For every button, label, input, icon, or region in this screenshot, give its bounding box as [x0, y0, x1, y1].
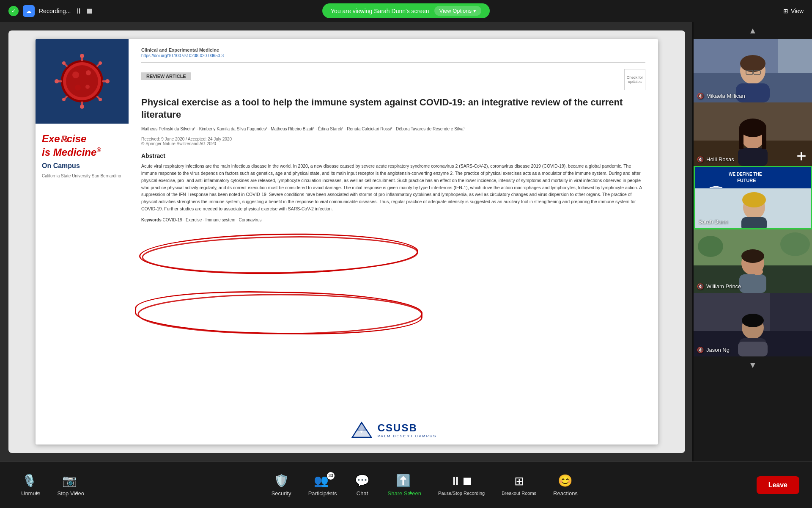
- recording-label: Recording...: [39, 8, 71, 14]
- pause-stop-icon: ⏸⏹: [450, 474, 473, 488]
- svg-point-14: [105, 79, 110, 83]
- authors-text: Matheus Pelinski da Silveira¹ · Kimberly…: [141, 127, 465, 131]
- check-updates-badge: Check for updates: [624, 69, 645, 90]
- svg-point-23: [142, 235, 417, 275]
- csusb-mountain-logo: [350, 420, 373, 439]
- svg-point-57: [698, 236, 723, 257]
- participant-name-jason: 🔇 Jason Ng: [697, 347, 730, 353]
- main-content: Exeℝciseis Medicine® On Campus Californi…: [0, 22, 694, 461]
- view-button[interactable]: ⊞ View: [783, 8, 804, 14]
- leave-button[interactable]: Leave: [757, 476, 799, 494]
- participant-tile-sarah: WE DEFINE THE FUTURE CSUSB Sarah Dunn: [694, 166, 812, 229]
- reactions-label: Reactions: [553, 490, 578, 497]
- security-button[interactable]: 🛡️ Security: [263, 469, 300, 501]
- mute-icon-mikaela: 🔇: [697, 93, 704, 99]
- bottom-toolbar: 🎙️ ▲ Unmute 📷 ▲ Stop Video 🛡️ Security 👥…: [0, 461, 812, 508]
- pause-recording-icon[interactable]: ⏸: [75, 7, 82, 16]
- unmute-label: Unmute: [21, 490, 41, 497]
- reactions-button[interactable]: 😊 Reactions: [545, 469, 586, 501]
- svg-rect-65: [770, 293, 812, 331]
- participants-icon: 👥: [314, 474, 329, 488]
- toolbar-left-group: 🎙️ ▲ Unmute 📷 ▲ Stop Video: [13, 469, 93, 501]
- svg-point-18: [99, 98, 102, 101]
- slide-inner: Exeℝciseis Medicine® On Campus Californi…: [36, 39, 658, 444]
- chat-button[interactable]: 💬 Chat: [346, 469, 379, 501]
- svg-text:FUTURE: FUTURE: [737, 178, 756, 183]
- recording-controls[interactable]: ⏸ ⏹: [75, 7, 93, 16]
- csusb-logo-text: CSUSB: [378, 422, 437, 434]
- shared-screen: Exeℝciseis Medicine® On Campus Californi…: [8, 30, 685, 453]
- publication-dates: Received: 9 June 2020 / Accepted: 24 Jul…: [141, 137, 645, 146]
- chevron-down-icon: ▾: [473, 8, 476, 14]
- top-bar: ✓ ☁ Recording... ⏸ ⏹ You are viewing Sar…: [0, 0, 812, 22]
- svg-rect-60: [739, 274, 766, 293]
- institution-label: California State University San Bernardi…: [42, 173, 122, 179]
- svg-rect-69: [738, 342, 768, 356]
- stop-recording-icon[interactable]: ⏹: [86, 7, 93, 16]
- participants-sidebar: ▲ 🔇 Mikaela Millican: [694, 22, 812, 461]
- participant-name-sarah: Sarah Dunn: [698, 218, 727, 225]
- pause-stop-label: Pause/Stop Recording: [438, 491, 485, 496]
- svg-point-22: [85, 85, 90, 89]
- participant-tile: 🔇 William Prince: [694, 229, 812, 293]
- participant-tile: 🔇 Mikaela Millican: [694, 39, 812, 102]
- unmute-button[interactable]: 🎙️ ▲ Unmute: [13, 469, 49, 501]
- svg-rect-38: [738, 148, 768, 166]
- view-options-label: View Options: [439, 8, 472, 14]
- svg-point-12: [80, 105, 84, 109]
- share-screen-icon: ⬆️: [396, 474, 411, 488]
- review-article-badge: REVIEW ARTICLE: [141, 72, 191, 80]
- paper-title: Physical exercise as a tool to help the …: [141, 97, 645, 121]
- keywords-label: Keywords: [141, 218, 162, 222]
- scroll-down-button[interactable]: ▼: [694, 356, 812, 373]
- security-icon: 🛡️: [274, 474, 289, 488]
- breakout-rooms-button[interactable]: ⊞ Breakout Rooms: [493, 470, 545, 500]
- svg-rect-29: [778, 39, 812, 73]
- scroll-up-button[interactable]: ▲: [694, 22, 812, 39]
- participants-label: Participants: [308, 490, 337, 497]
- svg-point-16: [99, 61, 102, 65]
- mute-icon-william: 🔇: [697, 283, 704, 290]
- csusb-logo-bar: CSUSB PALM DESERT CAMPUS: [129, 415, 658, 444]
- svg-point-62: [753, 268, 763, 275]
- microphone-icon: 🎙️: [22, 474, 37, 488]
- chat-icon: 💬: [355, 474, 370, 488]
- participants-button[interactable]: 👥 33 ▲ Participants: [300, 469, 346, 501]
- slide-left-content: Exeℝciseis Medicine® On Campus Californi…: [36, 124, 129, 444]
- cloud-recording-icon: ☁: [23, 5, 35, 17]
- keywords-section: Keywords COVID-19 · Exercise · Immune sy…: [141, 218, 645, 222]
- svg-rect-43: [801, 152, 802, 160]
- svg-point-53: [742, 192, 766, 207]
- top-left-group: ✓ ☁ Recording... ⏸ ⏹: [8, 5, 93, 17]
- participant-name-mikaela: 🔇 Mikaela Millican: [697, 93, 745, 99]
- svg-rect-41: [762, 128, 766, 149]
- grid-view-icon: ⊞: [783, 8, 788, 14]
- mute-icon-jason: 🔇: [697, 347, 704, 353]
- banner-text: You are viewing Sarah Dunn's screen: [331, 8, 429, 14]
- share-screen-label: Share Screen: [388, 490, 422, 497]
- svg-point-11: [80, 54, 84, 58]
- zoom-status-icon: ✓: [8, 6, 19, 16]
- on-campus-label: On Campus: [42, 162, 122, 170]
- stop-video-button[interactable]: 📷 ▲ Stop Video: [49, 469, 93, 501]
- camera-icon: 📷: [62, 474, 77, 488]
- svg-point-20: [86, 70, 91, 75]
- svg-point-21: [75, 85, 81, 91]
- svg-point-58: [780, 232, 810, 256]
- breakout-label: Breakout Rooms: [502, 491, 536, 496]
- view-options-button[interactable]: View Options ▾: [434, 6, 481, 16]
- virus-image: [55, 54, 110, 109]
- authors-list: Matheus Pelinski da Silveira¹ · Kimberly…: [141, 126, 645, 133]
- breakout-icon: ⊞: [514, 474, 524, 488]
- slide-right-panel: Clinical and Experimental Medicine https…: [129, 39, 658, 444]
- keywords-text: COVID-19 · Exercise · Immune system · Co…: [163, 218, 262, 222]
- participants-chevron[interactable]: ▲: [326, 489, 331, 495]
- pause-stop-recording-button[interactable]: ⏸⏹ Pause/Stop Recording: [430, 470, 493, 500]
- reactions-icon: 😊: [558, 474, 573, 488]
- svg-point-61: [741, 249, 764, 263]
- svg-rect-52: [741, 217, 767, 228]
- slide-container: Exeℝciseis Medicine® On Campus Californi…: [8, 30, 685, 453]
- share-screen-button[interactable]: ⬆️ ▲ Share Screen: [379, 469, 430, 501]
- annotation-circle-2: [134, 289, 423, 337]
- journal-header: Clinical and Experimental Medicine https…: [141, 47, 645, 63]
